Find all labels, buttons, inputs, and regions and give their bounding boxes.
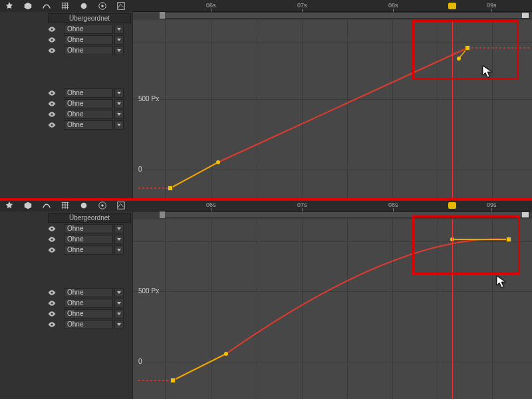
- graph-editor-top[interactable]: 06s 07s 08s 09s 500 Px 0: [133, 0, 532, 200]
- left-sidebar-top: Übergeordnet Ohne Ohne Ohne Ohne Ohne: [0, 0, 133, 200]
- keyframe-marker[interactable]: [170, 378, 176, 383]
- graph-editor-bottom[interactable]: 06s 07s 08s 09s 500 Px 0: [133, 200, 532, 399]
- star-icon[interactable]: [4, 201, 15, 210]
- mouse-cursor-icon: [496, 275, 507, 290]
- dropdown-chevron-icon[interactable]: [114, 224, 124, 233]
- layer-row[interactable]: Ohne: [0, 298, 133, 309]
- stroke-icon[interactable]: [41, 1, 52, 11]
- column-header-parent: Übergeordnet: [48, 213, 131, 223]
- column-header-parent: Übergeordnet: [48, 13, 131, 23]
- layer-row[interactable]: Ohne: [0, 98, 133, 109]
- visibility-icon[interactable]: [47, 298, 57, 309]
- svg-point-21: [51, 228, 53, 230]
- visibility-icon[interactable]: [47, 45, 57, 56]
- cube-icon[interactable]: [23, 201, 33, 210]
- parent-dropdown[interactable]: Ohne: [64, 110, 113, 119]
- dropdown-chevron-icon[interactable]: [114, 88, 124, 98]
- svg-point-19: [101, 204, 104, 207]
- stroke-icon[interactable]: [41, 201, 52, 210]
- visibility-icon[interactable]: [47, 24, 57, 35]
- mouse-cursor-icon: [482, 65, 493, 80]
- visibility-icon[interactable]: [47, 245, 57, 255]
- dropdown-chevron-icon[interactable]: [114, 309, 124, 319]
- layer-row[interactable]: Ohne: [0, 45, 133, 56]
- dropdown-chevron-icon[interactable]: [114, 46, 124, 55]
- svg-rect-3: [118, 3, 125, 10]
- svg-point-8: [51, 103, 53, 105]
- layer-row[interactable]: Ohne: [0, 245, 133, 255]
- parent-dropdown[interactable]: Ohne: [64, 235, 113, 244]
- parent-dropdown[interactable]: Ohne: [64, 46, 113, 55]
- parent-dropdown[interactable]: Ohne: [64, 320, 113, 329]
- dropdown-chevron-icon[interactable]: [114, 35, 124, 45]
- svg-point-17: [81, 203, 87, 209]
- dropdown-chevron-icon[interactable]: [114, 235, 124, 244]
- parent-dropdown[interactable]: Ohne: [64, 120, 113, 130]
- visibility-icon[interactable]: [47, 223, 57, 234]
- star-icon[interactable]: [4, 1, 15, 11]
- visibility-icon[interactable]: [47, 234, 57, 245]
- annotation-highlight-box: [412, 215, 520, 275]
- parent-dropdown[interactable]: Ohne: [64, 99, 113, 108]
- layer-row[interactable]: Ohne: [0, 109, 133, 120]
- svg-rect-20: [118, 202, 125, 209]
- dropdown-chevron-icon[interactable]: [114, 299, 124, 308]
- layer-row[interactable]: Ohne: [0, 24, 133, 35]
- sidebar-toolbar: [0, 0, 133, 12]
- parent-dropdown[interactable]: Ohne: [64, 245, 113, 255]
- layer-row[interactable]: Ohne: [0, 319, 133, 330]
- svg-point-0: [81, 3, 87, 9]
- cube-icon[interactable]: [23, 1, 33, 11]
- visibility-icon[interactable]: [47, 109, 57, 120]
- layer-row[interactable]: Ohne: [0, 223, 133, 234]
- parent-dropdown[interactable]: Ohne: [64, 25, 113, 34]
- graph-editor-icon[interactable]: [116, 1, 126, 11]
- svg-point-5: [51, 39, 53, 41]
- disc-icon[interactable]: [97, 201, 108, 210]
- visibility-icon[interactable]: [47, 309, 57, 319]
- dropdown-chevron-icon[interactable]: [114, 120, 124, 130]
- svg-point-24: [51, 292, 53, 294]
- parent-dropdown[interactable]: Ohne: [64, 224, 113, 233]
- bezier-handle[interactable]: [216, 160, 220, 164]
- svg-point-23: [51, 249, 53, 251]
- dropdown-chevron-icon[interactable]: [114, 110, 124, 119]
- layer-row[interactable]: Ohne: [0, 287, 133, 298]
- layer-row[interactable]: Ohne: [0, 120, 133, 130]
- dropdown-chevron-icon[interactable]: [114, 245, 124, 255]
- bezier-handle[interactable]: [224, 352, 228, 356]
- dropdown-chevron-icon[interactable]: [114, 99, 124, 108]
- visibility-icon[interactable]: [47, 287, 57, 298]
- dropdown-chevron-icon[interactable]: [114, 288, 124, 297]
- grid-icon[interactable]: [60, 201, 70, 210]
- visibility-icon[interactable]: [47, 120, 57, 130]
- circle-icon[interactable]: [78, 201, 89, 210]
- graph-editor-icon[interactable]: [116, 201, 126, 210]
- circle-icon[interactable]: [78, 1, 89, 11]
- visibility-icon[interactable]: [47, 98, 57, 109]
- dropdown-chevron-icon[interactable]: [114, 320, 124, 329]
- parent-dropdown[interactable]: Ohne: [64, 309, 113, 319]
- comparison-divider: [0, 198, 532, 201]
- parent-dropdown[interactable]: Ohne: [64, 88, 113, 98]
- visibility-icon[interactable]: [47, 35, 57, 45]
- grid-icon[interactable]: [60, 1, 70, 11]
- visibility-icon[interactable]: [47, 88, 57, 98]
- layer-row[interactable]: Ohne: [0, 234, 133, 245]
- svg-line-13: [170, 162, 218, 188]
- svg-point-22: [51, 239, 53, 241]
- disc-icon[interactable]: [97, 1, 108, 11]
- dropdown-chevron-icon[interactable]: [114, 25, 124, 34]
- layer-row[interactable]: Ohne: [0, 35, 133, 45]
- layer-row[interactable]: Ohne: [0, 88, 133, 98]
- svg-point-7: [51, 92, 53, 94]
- keyframe-marker[interactable]: [168, 186, 173, 191]
- annotation-highlight-box: [412, 20, 519, 80]
- parent-dropdown[interactable]: Ohne: [64, 35, 113, 45]
- parent-dropdown[interactable]: Ohne: [64, 299, 113, 308]
- layer-row[interactable]: Ohne: [0, 309, 133, 319]
- parent-dropdown[interactable]: Ohne: [64, 288, 113, 297]
- sidebar-toolbar: [0, 200, 133, 211]
- svg-point-26: [51, 313, 53, 315]
- visibility-icon[interactable]: [47, 319, 57, 330]
